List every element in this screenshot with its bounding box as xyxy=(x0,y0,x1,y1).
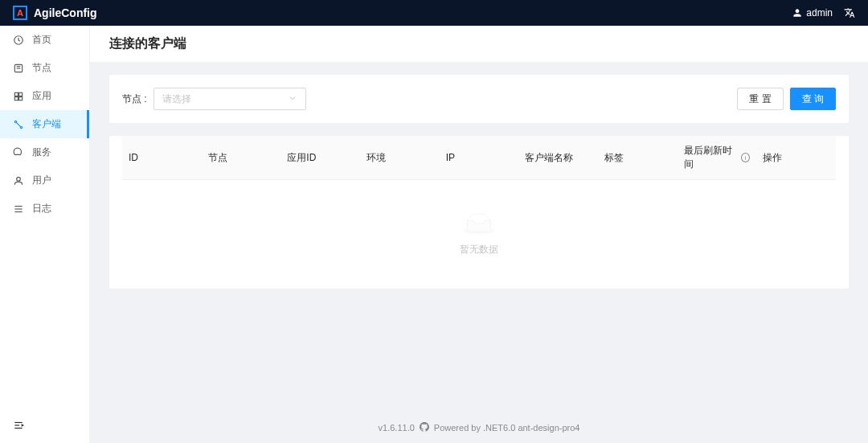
footer-powered: Powered by .NET6.0 ant-design-pro4 xyxy=(434,423,580,433)
reset-button[interactable]: 重 置 xyxy=(737,88,783,110)
node-icon xyxy=(13,63,24,74)
filter-node-label: 节点 : xyxy=(122,92,147,106)
svg-line-10 xyxy=(17,122,21,126)
footer: v1.6.11.0 Powered by .NET6.0 ant-design-… xyxy=(90,412,868,443)
user-avatar-icon xyxy=(792,7,803,18)
query-button[interactable]: 查 询 xyxy=(790,88,836,110)
sidebar-item-user[interactable]: 用户 xyxy=(0,166,89,195)
username: admin xyxy=(806,7,833,18)
sidebar-item-label: 服务 xyxy=(32,146,51,159)
app-name: AgileConfig xyxy=(34,6,97,19)
th-env: 环境 xyxy=(360,144,440,171)
select-placeholder: 请选择 xyxy=(162,92,191,106)
sidebar-item-client[interactable]: 客户端 xyxy=(0,110,89,138)
header-left: A AgileConfig xyxy=(13,6,97,20)
sidebar-item-service[interactable]: 服务 xyxy=(0,138,89,166)
info-icon[interactable]: i xyxy=(741,153,750,162)
top-header: A AgileConfig admin xyxy=(0,0,868,26)
main-content: 连接的客户端 节点 : 请选择 重 置 查 询 xyxy=(90,26,868,443)
sidebar-item-label: 日志 xyxy=(32,202,51,215)
node-select[interactable]: 请选择 xyxy=(154,88,306,110)
user-menu[interactable]: admin xyxy=(792,7,833,18)
th-id: ID xyxy=(122,144,202,171)
svg-rect-6 xyxy=(14,96,18,100)
empty-state: 暂无数据 xyxy=(109,180,849,289)
sidebar-collapse-button[interactable] xyxy=(0,410,89,443)
th-appid: 应用ID xyxy=(280,144,360,171)
sidebar-item-label: 客户端 xyxy=(32,117,61,131)
th-client-name: 客户端名称 xyxy=(518,144,598,171)
empty-icon xyxy=(463,212,495,236)
sidebar-item-home[interactable]: 首页 xyxy=(0,26,89,54)
th-node: 节点 xyxy=(202,144,281,171)
client-icon xyxy=(13,119,24,130)
service-icon xyxy=(13,147,24,158)
sidebar: 首页 节点 应用 客户端 xyxy=(0,26,90,443)
chevron-down-icon xyxy=(288,93,297,105)
svg-rect-7 xyxy=(19,96,23,100)
svg-rect-4 xyxy=(14,92,18,96)
collapse-icon xyxy=(13,420,24,431)
th-operation: 操作 xyxy=(756,144,836,171)
th-last-refresh: 最后刷新时间 i xyxy=(678,144,757,171)
table-header: ID 节点 应用ID 环境 IP 客户端名称 标签 最后刷新时间 i 操作 xyxy=(122,136,836,180)
filter-card: 节点 : 请选择 重 置 查 询 xyxy=(109,75,849,123)
page-title: 连接的客户端 xyxy=(109,35,849,52)
log-icon xyxy=(13,203,24,215)
footer-version: v1.6.11.0 xyxy=(379,423,415,433)
svg-point-8 xyxy=(14,121,16,122)
dashboard-icon xyxy=(13,35,24,46)
th-ip: IP xyxy=(440,144,519,171)
header-right: admin xyxy=(792,7,855,18)
user-icon xyxy=(13,175,24,187)
sidebar-item-label: 节点 xyxy=(32,61,51,75)
sidebar-item-label: 首页 xyxy=(32,33,51,47)
th-tag: 标签 xyxy=(598,144,678,171)
sidebar-item-node[interactable]: 节点 xyxy=(0,54,89,82)
sidebar-item-label: 用户 xyxy=(32,174,51,187)
sidebar-item-label: 应用 xyxy=(32,89,51,103)
app-icon xyxy=(13,91,24,102)
github-icon[interactable] xyxy=(420,422,429,433)
svg-point-9 xyxy=(20,126,22,128)
sidebar-item-log[interactable]: 日志 xyxy=(0,195,89,223)
empty-text: 暂无数据 xyxy=(109,243,849,256)
table-card: ID 节点 应用ID 环境 IP 客户端名称 标签 最后刷新时间 i 操作 xyxy=(109,136,849,289)
page-header: 连接的客户端 xyxy=(90,26,868,62)
svg-rect-5 xyxy=(19,92,23,96)
logo-icon: A xyxy=(13,6,27,20)
sidebar-item-app[interactable]: 应用 xyxy=(0,82,89,110)
language-icon[interactable] xyxy=(844,7,855,18)
svg-point-11 xyxy=(17,177,21,181)
